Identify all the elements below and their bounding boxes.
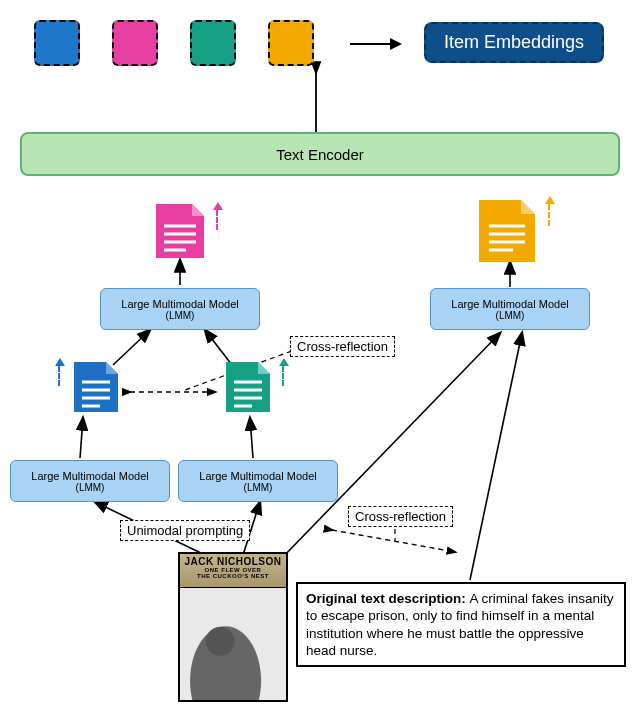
svg-line-3 (80, 418, 83, 458)
lmm-line1: Large Multimodal Model (121, 298, 238, 310)
lmm-line1: Large Multimodal Model (31, 470, 148, 482)
svg-line-12 (332, 530, 455, 552)
up-arrow-pink (216, 210, 218, 230)
description-prefix: Original text description: (306, 591, 470, 606)
poster-banner: JACK NICHOLSON ONE FLEW OVER THE CUCKOO'… (180, 554, 286, 588)
svg-line-11 (470, 333, 522, 580)
item-embeddings-box: Item Embeddings (424, 22, 604, 63)
doc-pink (152, 202, 208, 266)
token-blue (34, 20, 80, 66)
token-teal (190, 20, 236, 66)
unimodal-prompting-text: Unimodal prompting (127, 523, 243, 538)
label-cross-reflection-upper: Cross-reflection (290, 336, 395, 357)
description-box: Original text description: A criminal fa… (296, 582, 626, 667)
diagram-root: { "tokens": { "colors": ["#1f77c9", "#e6… (0, 0, 640, 715)
up-arrow-teal (282, 366, 284, 386)
lmm-bottom-right: Large Multimodal Model (LMM) (178, 460, 338, 502)
lmm-line2: (LMM) (199, 482, 316, 493)
token-pink (112, 20, 158, 66)
up-arrow-blue (58, 366, 60, 386)
text-encoder: Text Encoder (20, 132, 620, 176)
cross-reflection-text: Cross-reflection (297, 339, 388, 354)
movie-poster: JACK NICHOLSON ONE FLEW OVER THE CUCKOO'… (178, 552, 288, 702)
lmm-line1: Large Multimodal Model (451, 298, 568, 310)
lmm-right: Large Multimodal Model (LMM) (430, 288, 590, 330)
lmm-line2: (LMM) (121, 310, 238, 321)
doc-blue (70, 360, 122, 420)
poster-star: JACK NICHOLSON (184, 556, 281, 567)
text-encoder-label: Text Encoder (276, 146, 364, 163)
cross-reflection-text2: Cross-reflection (355, 509, 446, 524)
doc-orange (475, 198, 539, 270)
label-unimodal-prompting: Unimodal prompting (120, 520, 250, 541)
svg-line-4 (250, 418, 253, 458)
lmm-line2: (LMM) (31, 482, 148, 493)
item-embeddings-label: Item Embeddings (444, 32, 584, 52)
lmm-line1: Large Multimodal Model (199, 470, 316, 482)
doc-teal (222, 360, 274, 420)
lmm-top-left: Large Multimodal Model (LMM) (100, 288, 260, 330)
label-cross-reflection-lower: Cross-reflection (348, 506, 453, 527)
lmm-line2: (LMM) (451, 310, 568, 321)
arrow-to-item-embeddings (350, 43, 400, 45)
poster-photo (180, 588, 286, 702)
up-arrow-orange (548, 204, 550, 226)
token-orange (268, 20, 314, 66)
poster-title2: THE CUCKOO'S NEST (180, 573, 286, 579)
lmm-bottom-left: Large Multimodal Model (LMM) (10, 460, 170, 502)
